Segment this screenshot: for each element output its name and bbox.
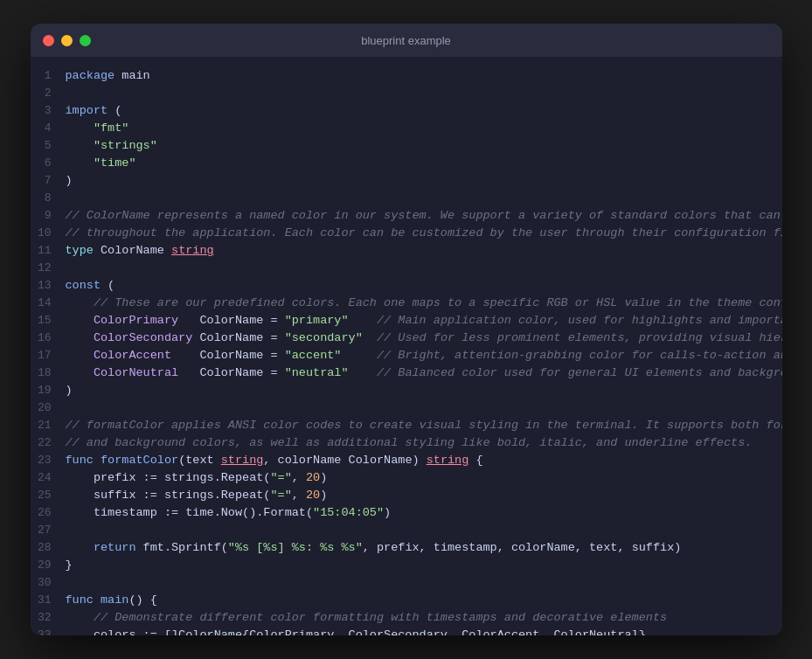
code-line-15: 15 ColorPrimary ColorName = "primary" //… <box>31 312 782 330</box>
line-number: 21 <box>31 417 66 434</box>
line-number: 24 <box>31 469 66 487</box>
code-line-13: 13 const ( <box>31 277 782 295</box>
code-line-19: 19 ) <box>31 382 782 399</box>
maximize-button[interactable] <box>80 35 91 46</box>
line-number: 4 <box>31 120 66 137</box>
code-line-24: 24 prefix := strings.Repeat("=", 20) <box>31 469 782 487</box>
line-code: const ( <box>66 277 115 295</box>
line-number: 23 <box>31 452 66 469</box>
line-number: 28 <box>31 539 66 557</box>
code-line-4: 4 "fmt" <box>31 120 782 137</box>
code-line-6: 6 "time" <box>31 155 782 172</box>
line-number: 15 <box>31 312 66 330</box>
code-editor[interactable]: 1 package main 2 3 import ( 4 "fmt" 5 "s… <box>31 57 782 635</box>
code-line-32: 32 // Demonstrate different color format… <box>31 609 782 627</box>
code-line-28: 28 return fmt.Sprintf("%s [%s] %s: %s %s… <box>31 539 782 557</box>
line-code: ) <box>66 382 73 399</box>
line-code: ColorPrimary ColorName = "primary" // Ma… <box>66 312 782 330</box>
line-number: 8 <box>31 190 66 207</box>
line-code: ColorSecondary ColorName = "secondary" /… <box>66 330 782 347</box>
code-line-23: 23 func formatColor(text string, colorNa… <box>31 452 782 469</box>
line-number: 13 <box>31 277 66 295</box>
line-number: 14 <box>31 295 66 312</box>
line-code: ) <box>66 172 73 190</box>
code-line-21: 21 // formatColor applies ANSI color cod… <box>31 417 782 434</box>
line-number: 32 <box>31 609 66 627</box>
line-number: 25 <box>31 487 66 504</box>
line-number: 12 <box>31 260 66 277</box>
titlebar: blueprint example <box>31 24 782 57</box>
code-line-29: 29 } <box>31 557 782 574</box>
line-code: "time" <box>66 155 136 172</box>
code-line-5: 5 "strings" <box>31 137 782 155</box>
code-line-1: 1 package main <box>31 67 782 85</box>
line-number: 5 <box>31 137 66 155</box>
code-line-3: 3 import ( <box>31 102 782 120</box>
line-code: prefix := strings.Repeat("=", 20) <box>66 469 328 487</box>
line-number: 9 <box>31 207 66 225</box>
line-number: 10 <box>31 225 66 242</box>
code-line-9: 9 // ColorName represents a named color … <box>31 207 782 225</box>
window-title: blueprint example <box>361 34 451 47</box>
line-code: suffix := strings.Repeat("=", 20) <box>66 487 328 504</box>
window-controls <box>43 35 91 46</box>
line-code: colors := []ColorName{ColorPrimary, Colo… <box>66 627 646 635</box>
line-code: "fmt" <box>66 120 129 137</box>
line-code: import ( <box>66 102 122 120</box>
line-code: timestamp := time.Now().Format("15:04:05… <box>66 504 392 522</box>
line-number: 11 <box>31 242 66 260</box>
code-line-27: 27 <box>31 522 782 539</box>
code-line-2: 2 <box>31 85 782 102</box>
line-code: // ColorName represents a named color in… <box>66 207 782 225</box>
line-number: 18 <box>31 364 66 382</box>
line-number: 6 <box>31 155 66 172</box>
line-number: 30 <box>31 574 66 592</box>
line-number: 7 <box>31 172 66 190</box>
line-code: func main() { <box>66 592 157 609</box>
code-line-11: 11 type ColorName string <box>31 242 782 260</box>
line-number: 2 <box>31 85 66 102</box>
line-code: // Demonstrate different color formattin… <box>66 609 668 627</box>
code-line-26: 26 timestamp := time.Now().Format("15:04… <box>31 504 782 522</box>
app-window: blueprint example 1 package main 2 3 imp… <box>31 24 782 635</box>
line-number: 26 <box>31 504 66 522</box>
line-code: ColorAccent ColorName = "accent" // Brig… <box>66 347 782 364</box>
line-code: type ColorName string <box>66 242 214 260</box>
line-code: package main <box>66 67 150 85</box>
line-number: 19 <box>31 382 66 399</box>
code-line-17: 17 ColorAccent ColorName = "accent" // B… <box>31 347 782 364</box>
line-number: 1 <box>31 67 66 85</box>
code-line-20: 20 <box>31 399 782 417</box>
close-button[interactable] <box>43 35 54 46</box>
line-number: 31 <box>31 592 66 609</box>
code-line-31: 31 func main() { <box>31 592 782 609</box>
code-line-8: 8 <box>31 190 782 207</box>
line-number: 20 <box>31 399 66 417</box>
line-number: 16 <box>31 330 66 347</box>
line-number: 3 <box>31 102 66 120</box>
line-code: return fmt.Sprintf("%s [%s] %s: %s %s", … <box>66 539 682 557</box>
line-code: "strings" <box>66 137 157 155</box>
line-number: 29 <box>31 557 66 574</box>
line-number: 22 <box>31 434 66 452</box>
code-line-14: 14 // These are our predefined colors. E… <box>31 295 782 312</box>
line-number: 17 <box>31 347 66 364</box>
code-line-25: 25 suffix := strings.Repeat("=", 20) <box>31 487 782 504</box>
code-line-30: 30 <box>31 574 782 592</box>
code-line-10: 10 // throughout the application. Each c… <box>31 225 782 242</box>
line-code: // formatColor applies ANSI color codes … <box>66 417 782 434</box>
line-code: // throughout the application. Each colo… <box>66 225 782 242</box>
line-number: 27 <box>31 522 66 539</box>
code-line-16: 16 ColorSecondary ColorName = "secondary… <box>31 330 782 347</box>
line-code: } <box>66 557 73 574</box>
line-code: func formatColor(text string, colorName … <box>66 452 483 469</box>
code-line-7: 7 ) <box>31 172 782 190</box>
minimize-button[interactable] <box>61 35 73 46</box>
code-line-22: 22 // and background colors, as well as … <box>31 434 782 452</box>
code-line-18: 18 ColorNeutral ColorName = "neutral" //… <box>31 364 782 382</box>
line-code: ColorNeutral ColorName = "neutral" // Ba… <box>66 364 782 382</box>
line-code: // These are our predefined colors. Each… <box>66 295 782 312</box>
line-code: // and background colors, as well as add… <box>66 434 753 452</box>
code-line-12: 12 <box>31 260 782 277</box>
code-line-33: 33 colors := []ColorName{ColorPrimary, C… <box>31 627 782 635</box>
